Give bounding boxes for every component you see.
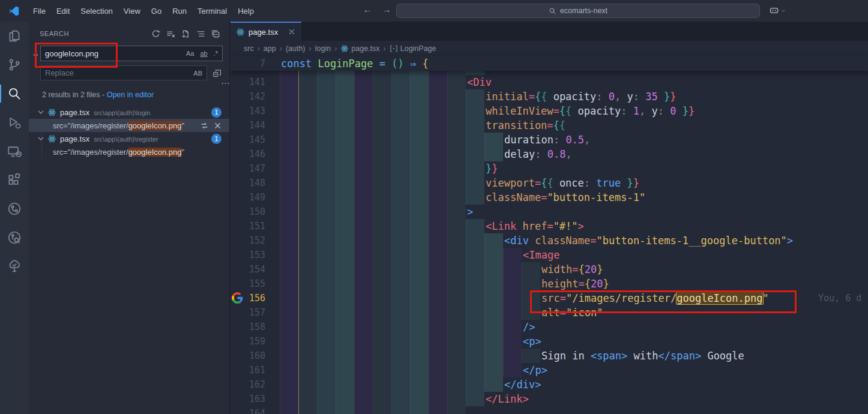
chevron-down-icon[interactable] <box>36 107 46 117</box>
whole-word-icon[interactable]: ab <box>198 49 209 58</box>
code-line-162[interactable]: 162</div> <box>231 377 868 392</box>
code-text: src="/images/register/googleIcon.png" <box>541 291 769 305</box>
sticky-scroll-line[interactable]: 7 const LoginPage = () ⇒ { <box>231 56 868 71</box>
breadcrumb-item[interactable]: login <box>315 44 331 53</box>
menu-selection[interactable]: Selection <box>75 4 118 18</box>
search-match-row[interactable]: src="/images/register/googleIcon.png" <box>29 145 229 158</box>
search-file-row[interactable]: page.tsx src\app\(auth)\register 1 <box>29 132 229 145</box>
match-case-icon[interactable]: Aa <box>184 49 196 58</box>
search-match-row[interactable]: src="/images/register/googleIcon.png" <box>29 119 229 132</box>
title-bar: FileEditSelectionViewGoRunTerminalHelp ←… <box>0 0 868 22</box>
code-line-153[interactable]: 153<Image <box>231 248 868 262</box>
results-summary: 2 results in 2 files - Open in editor <box>42 91 154 99</box>
menu-view[interactable]: View <box>118 4 146 18</box>
code-line-160[interactable]: 160Sign in <span> with</span> Google <box>231 349 868 363</box>
line-number: 151 <box>231 219 265 233</box>
refresh-icon[interactable] <box>149 28 162 40</box>
code-line-157[interactable]: 157alt="icon" <box>231 305 868 320</box>
search-icon[interactable] <box>0 79 29 108</box>
close-icon[interactable] <box>288 28 296 36</box>
replace-icon <box>200 121 209 130</box>
code-text: height={20} <box>541 277 609 291</box>
clear-results-icon[interactable] <box>164 28 177 40</box>
copilot-button[interactable] <box>769 5 788 16</box>
actions-icon[interactable] <box>0 194 29 223</box>
menubar: FileEditSelectionViewGoRunTerminalHelp <box>28 4 259 18</box>
code-line-145[interactable]: 145duration: 0.5, <box>231 133 868 147</box>
active-indent-guide <box>298 71 299 414</box>
code-line-164[interactable]: 164 <box>231 406 868 414</box>
breadcrumb-separator: › <box>280 44 282 53</box>
line-number: 156 <box>231 291 265 305</box>
menu-run[interactable]: Run <box>167 4 192 18</box>
search-input[interactable] <box>41 49 184 58</box>
symbol-icon <box>390 44 398 53</box>
tab-page-tsx[interactable]: page.tsx <box>231 22 301 41</box>
preserve-case-icon[interactable]: AB <box>191 69 204 77</box>
back-arrow-icon[interactable]: ← <box>361 4 373 14</box>
code-line-161[interactable]: 161</p> <box>231 363 868 377</box>
code-line-150[interactable]: 150> <box>231 205 868 219</box>
breadcrumb-separator: › <box>334 44 337 53</box>
breadcrumb-item[interactable]: app <box>264 44 276 53</box>
collapse-all-icon[interactable] <box>209 28 222 40</box>
code-line-159[interactable]: 159<p> <box>231 334 868 349</box>
regex-icon[interactable]: .* <box>212 49 220 58</box>
search-options: Aaab.* <box>184 49 222 58</box>
explorer-icon[interactable] <box>0 22 29 50</box>
breadcrumb-item[interactable]: src <box>244 44 254 53</box>
code-line-141[interactable]: 141<Div <box>231 75 868 89</box>
menu-edit[interactable]: Edit <box>51 4 75 18</box>
menu-help[interactable]: Help <box>232 4 259 18</box>
panel-title: SEARCH <box>40 30 69 37</box>
code-line-154[interactable]: 154width={20} <box>231 262 868 277</box>
code-text: <p> <box>523 334 541 349</box>
run-debug-icon[interactable] <box>0 108 29 137</box>
code-line-143[interactable]: 143whileInView={{ opacity: 1, y: 0 }} <box>231 104 868 118</box>
todo-tree-icon[interactable] <box>0 252 29 281</box>
open-in-editor-link[interactable]: Open in editor <box>107 91 154 99</box>
code-line-158[interactable]: 158/> <box>231 320 868 334</box>
menu-go[interactable]: Go <box>146 4 167 18</box>
code-line-148[interactable]: 148viewport={{ once: true }} <box>231 176 868 190</box>
panel-actions <box>149 28 222 40</box>
code-text: Sign in <span> with</span> Google <box>541 349 744 363</box>
forward-arrow-icon[interactable]: → <box>381 4 393 14</box>
menu-file[interactable]: File <box>28 4 51 18</box>
code-line-149[interactable]: 149className="button-items-1" <box>231 190 868 205</box>
menu-terminal[interactable]: Terminal <box>192 4 232 18</box>
source-control-icon[interactable] <box>0 50 29 79</box>
breadcrumb-item[interactable]: page.tsx <box>340 44 379 53</box>
code-line-152[interactable]: 152<div className="button-items-1__googl… <box>231 233 868 248</box>
code-line-155[interactable]: 155height={20} <box>231 277 868 291</box>
command-center-search[interactable]: ecomarts-next <box>396 4 760 18</box>
replace-input[interactable] <box>41 68 191 77</box>
breadcrumb-item[interactable]: LoginPage <box>390 44 436 53</box>
match-text: src="/images/register/googleIcon.png" <box>53 148 184 157</box>
match-count-badge: 1 <box>211 134 222 144</box>
breadcrumb-item[interactable]: (auth) <box>286 44 306 53</box>
chevron-down-icon[interactable] <box>36 134 46 143</box>
extensions-icon[interactable] <box>0 166 29 194</box>
inspect-icon[interactable] <box>0 223 29 252</box>
remote-explorer-icon[interactable] <box>0 137 29 166</box>
code-line-144[interactable]: 144transition={{ <box>231 118 868 133</box>
code-line-163[interactable]: 163</Link> <box>231 392 868 406</box>
breadcrumb-separator: › <box>258 44 260 53</box>
search-results: page.tsx src\app\(auth)\login 1 src="/im… <box>29 106 229 158</box>
code-text: }} <box>486 161 498 176</box>
code-text: className="button-items-1" <box>486 190 645 205</box>
code-line-146[interactable]: 146delay: 0.8, <box>231 147 868 161</box>
match-text: src="/images/register/googleIcon.png" <box>53 121 184 130</box>
toggle-replace-chevron-icon[interactable] <box>31 51 40 60</box>
code-text: transition={{ <box>486 118 565 133</box>
code-line-147[interactable]: 147}} <box>231 161 868 176</box>
view-as-list-icon[interactable] <box>194 28 207 40</box>
code-line-142[interactable]: 142initial={{ opacity: 0, y: 35 }} <box>231 89 868 104</box>
code-line-156[interactable]: 156src="/images/register/googleIcon.png"… <box>231 291 868 305</box>
code-text: viewport={{ once: true }} <box>486 176 639 190</box>
code-text: > <box>467 205 473 219</box>
search-file-row[interactable]: page.tsx src\app\(auth)\login 1 <box>29 106 229 119</box>
new-search-editor-icon[interactable] <box>179 28 192 40</box>
code-line-151[interactable]: 151<Link href="#!"> <box>231 219 868 233</box>
